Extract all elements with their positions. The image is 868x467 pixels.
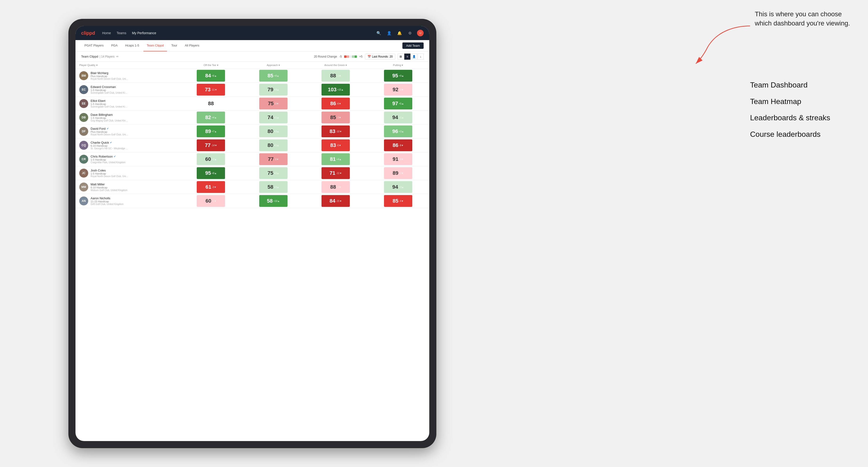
- header-player[interactable]: Player Quality ▾: [75, 62, 180, 69]
- table-header-row: Player Quality ▾ Off the Tee ▾ Approach …: [75, 62, 429, 69]
- metric-putting: 96+3▲: [367, 125, 429, 138]
- player-cell[interactable]: AN Aaron Nicholls 11-15 Handicap Drift G…: [75, 194, 180, 208]
- bar-green-dark: [354, 55, 357, 58]
- sub-nav: PGAT Players PGA Hcaps 1-5 Team Clippd T…: [75, 40, 429, 52]
- header-approach[interactable]: Approach ▾: [242, 62, 305, 69]
- annotation-description: This is where you can choose which dashb…: [755, 9, 854, 28]
- metric-around-green: 85-3▼: [305, 111, 367, 125]
- tab-allplayers[interactable]: All Players: [181, 40, 203, 52]
- player-cell[interactable]: DF David Ford✔ Plus Handicap Royal North…: [75, 125, 180, 138]
- round-change-section: 20 Round Change -5 +5 📅 Last Rounds: 20 …: [314, 54, 424, 60]
- nav-item-teams[interactable]: Teams: [117, 30, 126, 36]
- add-team-button[interactable]: Add Team: [402, 42, 424, 49]
- header-putting[interactable]: Putting ▾: [367, 62, 429, 69]
- team-bar: Team Clippd | 14 Players ✏ 20 Round Chan…: [75, 52, 429, 62]
- metric-around-green: 83-10▼: [305, 125, 367, 138]
- metric-around-green: 83-6▼: [305, 138, 367, 152]
- metric-off-tee: 89+7▲: [180, 125, 242, 138]
- sub-nav-items: PGAT Players PGA Hcaps 1-5 Team Clippd T…: [81, 40, 402, 52]
- nav-item-myperformance[interactable]: My Performance: [132, 30, 156, 36]
- table-row: BM Blair McHarg Plus Handicap Royal Nort…: [75, 69, 429, 83]
- table-row: EE Elliot Ebert 1-5 Handicap Sunningdale…: [75, 97, 429, 111]
- verified-icon: ✔: [114, 155, 116, 158]
- metric-approach: 58+10▲: [242, 194, 305, 208]
- nav-logo[interactable]: clippd: [81, 30, 95, 36]
- verified-icon: ✔: [106, 127, 109, 130]
- metric-putting: 85-4▼: [367, 194, 429, 208]
- dashboard-option-heatmap[interactable]: Team Heatmap: [750, 97, 849, 106]
- bar-red-light: [347, 55, 349, 58]
- view-toggle: ⊞ ≡ 👤 ↓: [398, 54, 424, 60]
- metric-putting: 91-3▼: [367, 152, 429, 166]
- table-row: JC Josh Coles 1-5 Handicap Royal North D…: [75, 166, 429, 180]
- header-off-tee[interactable]: Off the Tee ▾: [180, 62, 242, 69]
- tab-pga[interactable]: PGA: [108, 40, 121, 52]
- view-export-button[interactable]: ↓: [417, 54, 424, 60]
- player-cell[interactable]: CQ Charlie Quick✔ 6-10 Handicap St. Geor…: [75, 138, 180, 152]
- table-row: MM Matt Miller 6-10 Handicap Woburn Golf…: [75, 180, 429, 194]
- metric-putting: 94+3▲: [367, 180, 429, 194]
- header-around-green[interactable]: Around the Green ▾: [305, 62, 367, 69]
- metric-off-tee: 95+8▲: [180, 166, 242, 180]
- metric-putting: 89-2▼: [367, 166, 429, 180]
- dashboard-option-team[interactable]: Team Dashboard: [750, 80, 849, 90]
- table-body: BM Blair McHarg Plus Handicap Royal Nort…: [75, 69, 429, 208]
- metric-around-green: 88-2▼: [305, 180, 367, 194]
- range-neg: -5: [339, 55, 342, 58]
- nav-item-home[interactable]: Home: [102, 30, 111, 36]
- tab-teamclippd[interactable]: Team Clippd: [144, 40, 167, 52]
- tab-tour[interactable]: Tour: [168, 40, 181, 52]
- team-name: Team Clippd: [81, 55, 98, 58]
- table-row: CR Chris Robertson✔ 1-5 Handicap Craigmi…: [75, 152, 429, 166]
- metric-approach: 75+2▲: [242, 166, 305, 180]
- view-card-button[interactable]: 👤: [411, 54, 417, 60]
- metric-putting: 97+5▲: [367, 97, 429, 111]
- metric-off-tee: 88: [180, 97, 242, 111]
- view-grid-button[interactable]: ⊞: [398, 54, 404, 60]
- player-cell[interactable]: EC Edward Crossman 1-5 Handicap Sunningd…: [75, 83, 180, 97]
- last-rounds-button[interactable]: 📅 Last Rounds: 20: [365, 54, 395, 59]
- table-container: Player Quality ▾ Off the Tee ▾ Approach …: [75, 62, 429, 441]
- metric-off-tee: 82+4▲: [180, 111, 242, 125]
- player-cell[interactable]: JC Josh Coles 1-5 Handicap Royal North D…: [75, 166, 180, 180]
- metric-approach: 85+8▲: [242, 69, 305, 83]
- data-table: Player Quality ▾ Off the Tee ▾ Approach …: [75, 62, 429, 208]
- player-cell[interactable]: EE Elliot Ebert 1-5 Handicap Sunningdale…: [75, 97, 180, 111]
- table-row: DF David Ford✔ Plus Handicap Royal North…: [75, 125, 429, 138]
- dashboard-option-course[interactable]: Course leaderboards: [750, 129, 849, 139]
- metric-putting: 86-8▼: [367, 138, 429, 152]
- verified-icon: ✔: [110, 141, 112, 144]
- edit-team-icon[interactable]: ✏: [116, 55, 119, 58]
- bar-neutral: [349, 55, 352, 58]
- metric-off-tee: 73-11▼: [180, 83, 242, 97]
- metric-off-tee: 77-14▼: [180, 138, 242, 152]
- bell-icon[interactable]: 🔔: [396, 30, 403, 36]
- metric-around-green: 84-21▼: [305, 194, 367, 208]
- tab-pgat[interactable]: PGAT Players: [81, 40, 107, 52]
- player-cell[interactable]: BM Blair McHarg Plus Handicap Royal Nort…: [75, 69, 180, 83]
- search-icon[interactable]: 🔍: [375, 30, 382, 36]
- nav-items: Home Teams My Performance: [102, 30, 375, 36]
- user-icon[interactable]: 👤: [386, 30, 393, 36]
- view-table-button[interactable]: ≡: [404, 54, 410, 60]
- table-row: AN Aaron Nicholls 11-15 Handicap Drift G…: [75, 194, 429, 208]
- metric-around-green: 81+4▲: [305, 152, 367, 166]
- settings-icon[interactable]: ⚙: [407, 30, 413, 36]
- dashboard-option-leaderboards[interactable]: Leaderboards & streaks: [750, 113, 849, 123]
- tab-hcaps[interactable]: Hcaps 1-5: [122, 40, 143, 52]
- metric-approach: 80+3▲: [242, 125, 305, 138]
- metric-approach: 79+9▲: [242, 83, 305, 97]
- metric-approach: 77-3▼: [242, 152, 305, 166]
- table-row: DB Dave Billingham 1-5 Handicap Gog Mago…: [75, 111, 429, 125]
- bar-red-dark: [344, 55, 346, 58]
- player-cell[interactable]: DB Dave Billingham 1-5 Handicap Gog Mago…: [75, 111, 180, 125]
- avatar[interactable]: U: [417, 30, 424, 36]
- metric-approach: 75-3▼: [242, 97, 305, 111]
- last-rounds-label: Last Rounds:: [372, 55, 389, 58]
- calendar-icon: 📅: [368, 55, 371, 58]
- metric-around-green: 86-6▼: [305, 97, 367, 111]
- metric-putting: 92-3▼: [367, 83, 429, 97]
- bar-green-light: [352, 55, 354, 58]
- player-cell[interactable]: MM Matt Miller 6-10 Handicap Woburn Golf…: [75, 180, 180, 194]
- player-cell[interactable]: CR Chris Robertson✔ 1-5 Handicap Craigmi…: [75, 152, 180, 166]
